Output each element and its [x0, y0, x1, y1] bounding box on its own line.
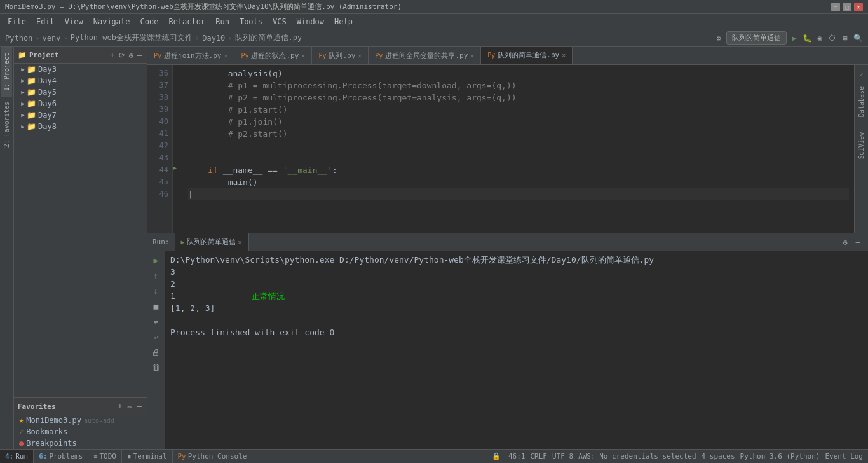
title-text: MoniDemo3.py – D:\Python\venv\Python-web… [5, 2, 402, 11]
fav-remove[interactable]: – [136, 402, 143, 411]
tab-close-2[interactable]: ✕ [358, 52, 362, 59]
fav-item-bookmarks[interactable]: ✓ Bookmarks [14, 426, 147, 438]
fav-item-monidemo[interactable]: ★ MoniDemo3.py auto-add [14, 415, 147, 426]
menu-run[interactable]: Run [210, 16, 234, 27]
bottom-tab-python-console[interactable]: Py Python Console [173, 450, 253, 464]
menu-bar: File Edit View Navigate Code Refactor Ru… [0, 14, 868, 29]
tree-day6[interactable]: ▶ 📁 Day6 [14, 98, 147, 109]
output-line-1-normal: 1 正常情况 [170, 290, 863, 302]
cursor-position[interactable]: 46:1 [508, 452, 526, 460]
breadcrumb-python[interactable]: Python [5, 34, 32, 43]
breadcrumb-venv[interactable]: venv [43, 34, 61, 43]
sciview-vtab[interactable]: SciView [856, 127, 867, 164]
tree-day3[interactable]: ▶ 📁 Day3 [14, 64, 147, 75]
event-log[interactable]: Event Log [825, 452, 863, 460]
menu-tools[interactable]: Tools [234, 16, 268, 27]
run-minimize-icon[interactable]: – [853, 237, 863, 247]
rerun-button[interactable]: ▶ [150, 254, 163, 266]
stop-button[interactable]: ■ [150, 300, 163, 312]
left-vtab-strip: 1: Project 2: Favorites [0, 47, 14, 449]
profile-icon[interactable]: ⏱ [827, 33, 837, 43]
tab-label-duilie: 队列.py [329, 51, 355, 60]
fav-label-bookmarks: Bookmarks [26, 427, 67, 436]
project-vtab[interactable]: 1: Project [1, 47, 12, 96]
panel-hide[interactable]: – [136, 51, 143, 60]
menu-vcs[interactable]: VCS [268, 16, 292, 27]
tree-day8[interactable]: ▶ 📁 Day8 [14, 121, 147, 132]
search-everywhere-icon[interactable]: 🔍 [853, 33, 863, 43]
tree-day5[interactable]: ▶ 📁 Day5 [14, 86, 147, 98]
tab-close-3[interactable]: ✕ [470, 52, 474, 59]
close-button[interactable]: ✕ [854, 3, 863, 11]
tab-jincheng-join[interactable]: Py 进程join方法.py ✕ [147, 47, 234, 65]
run-settings-icon[interactable]: ⚙ [840, 237, 850, 247]
concurrency-icon[interactable]: ⊞ [840, 33, 850, 43]
menu-window[interactable]: Window [292, 16, 329, 27]
star-icon: ★ [19, 416, 24, 425]
menu-edit[interactable]: Edit [31, 16, 60, 27]
favorites-vtab[interactable]: 2: Favorites [1, 96, 12, 153]
print-button[interactable]: 🖨 [150, 345, 163, 358]
database-vtab[interactable]: Database [856, 81, 867, 122]
run-tab-close[interactable]: ✕ [238, 238, 242, 245]
bottom-tab-terminal[interactable]: ▪ Terminal [122, 450, 173, 464]
menu-navigate[interactable]: Navigate [88, 16, 135, 27]
menu-refactor[interactable]: Refactor [163, 16, 210, 27]
code-content[interactable]: analysis(q) # p1 = multiprocessing.Proce… [183, 65, 854, 233]
panel-settings[interactable]: ⚙ [128, 51, 135, 60]
panel-sync[interactable]: ⟳ [118, 51, 126, 60]
output-line-3: 3 [170, 266, 863, 278]
todo-tab-text: TODO [99, 452, 116, 460]
debug-button[interactable]: 🐛 [802, 33, 812, 43]
run-label: Run: [147, 238, 175, 246]
tree-day7[interactable]: ▶ 📁 Day7 [14, 109, 147, 121]
indent-setting[interactable]: 4 spaces [702, 452, 735, 460]
python-console-text: Python Console [188, 452, 247, 460]
run-button[interactable]: ▶ [789, 33, 799, 43]
menu-view[interactable]: View [60, 16, 88, 27]
breadcrumb-file[interactable]: 队列的简单通信.py [235, 32, 302, 43]
bottom-tab-run[interactable]: 4: Run [0, 450, 34, 464]
aws-status[interactable]: AWS: No credentials selected [578, 452, 696, 460]
tab-close-0[interactable]: ✕ [224, 52, 227, 59]
wrap-output-button[interactable]: ⇌ [150, 315, 163, 328]
tree-label-day4: Day4 [38, 76, 57, 85]
menu-file[interactable]: File [3, 16, 31, 27]
window-controls: ─ □ ✕ [831, 3, 863, 11]
tab-duilie[interactable]: Py 队列.py ✕ [312, 47, 369, 65]
line-ending[interactable]: CRLF [531, 452, 548, 460]
tree-label-day7: Day7 [38, 111, 57, 120]
code-editor[interactable]: 36 37 38 39 40 41 42 43 44 45 46 [147, 65, 854, 233]
breadcrumb-project[interactable]: Python-web全栈开发课堂练习文件 [71, 32, 193, 43]
encoding[interactable]: UTF-8 [552, 452, 573, 460]
tab-quanju[interactable]: Py 进程间全局变量的共享.py ✕ [369, 47, 481, 65]
python-version[interactable]: Python 3.6 (Python) [740, 452, 820, 460]
bottom-tab-todo[interactable]: ≡ TODO [88, 450, 122, 464]
tree-label-day5: Day5 [38, 88, 57, 97]
run-with-coverage-icon[interactable]: ◉ [815, 33, 825, 43]
tree-day4[interactable]: ▶ 📁 Day4 [14, 75, 147, 86]
panel-add[interactable]: + [109, 51, 116, 60]
scroll-down-button[interactable]: ↓ [150, 284, 163, 297]
tab-close-1[interactable]: ✕ [301, 52, 305, 59]
tab-jincheng-zhuangtai[interactable]: Py 进程的状态.py ✕ [234, 47, 312, 65]
minimize-button[interactable]: ─ [831, 3, 840, 11]
breadcrumb-day10[interactable]: Day10 [202, 34, 225, 43]
tab-duilie-tongxin[interactable]: Py 队列的简单通信.py ✕ [481, 47, 573, 65]
scroll-up-button[interactable]: ↑ [150, 269, 163, 282]
fav-item-breakpoints[interactable]: ● Breakpoints [14, 438, 147, 449]
run-config-button[interactable]: 队列的简单通信 [726, 31, 787, 45]
bottom-tab-problems[interactable]: 6: Problems [34, 450, 88, 464]
tab-close-4[interactable]: ✕ [562, 52, 566, 59]
fav-label-breakpoints: Breakpoints [26, 439, 76, 448]
menu-code[interactable]: Code [135, 16, 164, 27]
soft-wrap-button[interactable]: ↵ [150, 330, 163, 343]
settings-icon[interactable]: ⚙ [714, 33, 724, 43]
maximize-button[interactable]: □ [843, 3, 851, 11]
menu-help[interactable]: Help [329, 16, 358, 27]
clear-output-button[interactable]: 🗑 [150, 361, 163, 373]
fav-edit[interactable]: ✏ [126, 402, 133, 411]
fav-add[interactable]: + [116, 402, 123, 411]
tab-label-jincheng-join: 进程join方法.py [164, 51, 221, 60]
run-tab-active[interactable]: ▶ 队列的简单通信 ✕ [175, 233, 249, 251]
